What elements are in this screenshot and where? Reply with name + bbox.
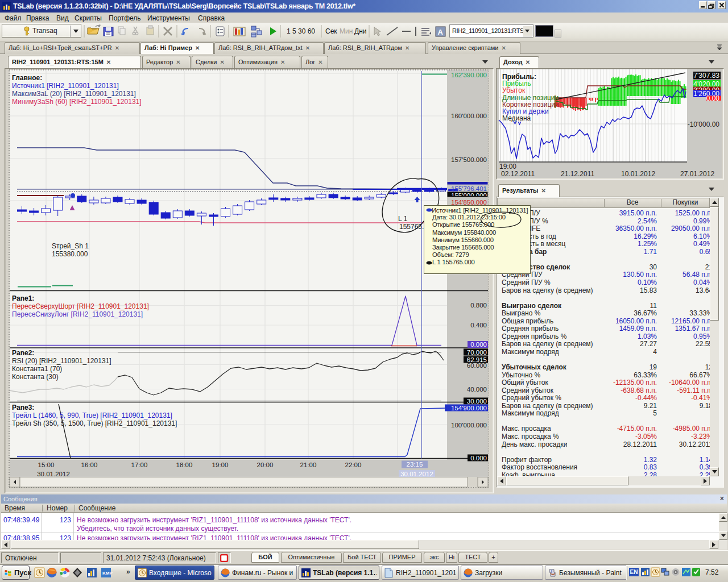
svg-text:KMP: KMP (102, 571, 113, 576)
